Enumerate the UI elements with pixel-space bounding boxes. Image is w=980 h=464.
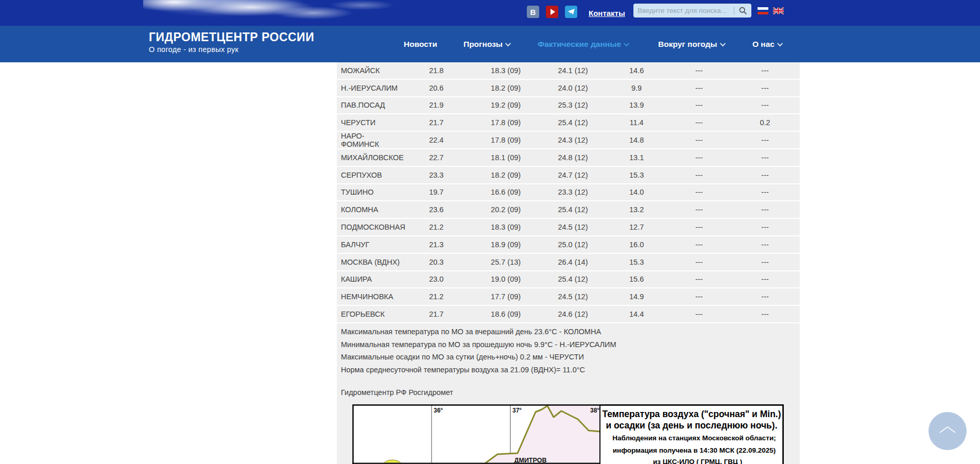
station-value: ---	[668, 310, 730, 318]
search-input[interactable]	[633, 7, 734, 14]
nav-item-label: О нас	[752, 40, 775, 49]
station-value: ---	[730, 205, 800, 214]
station-value: 13.9	[605, 101, 667, 109]
station-name: МОСКВА (ВДНХ)	[337, 258, 402, 266]
station-value: 15.6	[605, 275, 667, 283]
summary-text-block: Максимальная температура по МО за вчераш…	[341, 325, 616, 376]
station-value: 21.7	[402, 310, 471, 318]
nav-item-1[interactable]: Новости	[404, 26, 437, 62]
station-value: ---	[730, 136, 800, 144]
station-value: 25.7 (13)	[471, 258, 541, 266]
station-value: ---	[730, 310, 800, 318]
station-value: ---	[730, 293, 800, 301]
station-value: 20.6	[402, 84, 471, 92]
station-value: ---	[668, 66, 730, 75]
station-value: 24.6 (12)	[541, 310, 606, 318]
station-name: НЕМЧИНОВКА	[337, 293, 402, 301]
station-value: 24.0 (12)	[541, 84, 606, 92]
station-name: Н.-ИЕРУСАЛИМ	[337, 84, 402, 92]
table-row: КОЛОМНА23.620.2 (09)25.4 (12)13.2------	[337, 201, 800, 219]
station-value: ---	[668, 153, 730, 162]
station-value: ---	[730, 171, 800, 179]
table-row: НАРО-ФОМИНСК22.417.8 (09)24.3 (12)14.8--…	[337, 132, 800, 149]
station-name: МОЖАЙСК	[337, 66, 402, 75]
station-value: 18.2 (09)	[471, 84, 541, 92]
summary-line: Максимальные осадки по МО за сутки (день…	[341, 351, 616, 364]
station-name: НАРО-ФОМИНСК	[337, 132, 402, 148]
search-icon[interactable]	[734, 4, 751, 18]
station-value: 16.0	[605, 240, 667, 249]
chevron-down-icon	[719, 40, 725, 46]
map-title-line2: и осадки (за день и последнюю ночь).	[606, 420, 777, 431]
station-value: 11.4	[605, 118, 667, 127]
table-row: НЕМЧИНОВКА21.217.7 (09)24.5 (12)14.9----…	[337, 288, 800, 306]
station-value: 24.5 (12)	[541, 223, 606, 231]
station-value: 13.1	[605, 153, 667, 162]
paper-plane-icon	[567, 8, 575, 16]
chevron-up-icon	[936, 425, 959, 435]
station-value: ---	[730, 223, 800, 231]
vk-glyph: В	[530, 8, 536, 16]
nav-item-5[interactable]: О нас	[752, 26, 783, 62]
scroll-to-top-button[interactable]	[929, 412, 967, 450]
nav-item-3[interactable]: Фактические данные	[538, 26, 629, 62]
nav-item-label: Новости	[404, 40, 437, 49]
station-value: 9.9	[605, 84, 667, 92]
table-row: СЕРПУХОВ23.318.2 (09)24.7 (12)15.3------	[337, 167, 800, 184]
station-value: 23.3 (12)	[541, 188, 606, 196]
logo-subtitle: О погоде - из первых рук	[149, 45, 314, 54]
vk-icon[interactable]: В	[527, 6, 539, 18]
station-value: ---	[730, 66, 800, 75]
nav-item-2[interactable]: Прогнозы	[463, 26, 511, 62]
station-name: БАЛЧУГ	[337, 240, 402, 249]
station-value: ---	[668, 136, 730, 144]
moscow-region-temperature-map: 36° 37° 38° ДМИТРОВ Температура воздуха …	[352, 404, 784, 464]
station-value: 25.4 (12)	[541, 118, 606, 127]
summary-line: Норма среднесуточной температуры воздуха…	[341, 364, 616, 376]
station-value: 25.0 (12)	[541, 240, 606, 249]
station-value: 14.4	[605, 310, 667, 318]
station-value: 23.3	[402, 171, 471, 179]
nav-item-4[interactable]: Вокруг погоды	[658, 26, 726, 62]
logo-title: ГИДРОМЕТЦЕНТР РОССИИ	[149, 30, 314, 44]
table-row: ЧЕРУСТИ21.717.8 (09)25.4 (12)11.4---0.2	[337, 114, 800, 132]
language-russian-flag[interactable]	[758, 7, 768, 14]
station-value: 25.4 (12)	[541, 205, 606, 214]
contacts-link[interactable]: Контакты	[589, 0, 625, 26]
table-row: ПАВ.ПОСАД21.919.2 (09)25.3 (12)13.9-----…	[337, 97, 800, 115]
map-info-line2: информация получена в 14:30 МСК (22.09.2…	[613, 446, 776, 454]
map-info-line3: из ЦКС-ИЛО ( ГРМЦ, ГВЦ )	[653, 458, 742, 464]
top-bar: В Контакты	[0, 0, 980, 26]
chevron-down-icon	[624, 40, 629, 46]
station-name: КОЛОМНА	[337, 205, 402, 214]
station-name: СЕРПУХОВ	[337, 171, 402, 179]
meridian-label-38: 38°	[590, 407, 599, 414]
meridian-label-37: 37°	[512, 407, 522, 414]
station-name: ПАВ.ПОСАД	[337, 101, 402, 109]
station-value: 18.9 (09)	[471, 240, 541, 249]
station-value: ---	[668, 258, 730, 266]
table-row: КАШИРА23.019.0 (09)25.4 (12)15.6------	[337, 271, 800, 289]
site-logo[interactable]: ГИДРОМЕТЦЕНТР РОССИИ О погоде - из первы…	[149, 30, 314, 54]
station-value: ---	[668, 101, 730, 109]
station-value: 19.0 (09)	[471, 275, 541, 283]
station-value: 21.2	[402, 223, 471, 231]
table-row: Н.-ИЕРУСАЛИМ20.618.2 (09)24.0 (12)9.9---…	[337, 80, 800, 97]
telegram-icon[interactable]	[565, 6, 577, 18]
station-value: 21.3	[402, 240, 471, 249]
station-value: 14.9	[605, 293, 667, 301]
station-value: 18.3 (09)	[471, 66, 541, 75]
station-value: 25.3 (12)	[541, 101, 606, 109]
station-value: 15.3	[605, 258, 667, 266]
station-value: 22.4	[402, 136, 471, 144]
youtube-icon[interactable]	[546, 6, 558, 18]
clouds-header-image	[143, 0, 401, 26]
station-value: 24.1 (12)	[541, 66, 606, 75]
station-value: 20.3	[402, 258, 471, 266]
language-english-flag[interactable]	[773, 7, 784, 14]
station-value: ---	[668, 118, 730, 127]
station-value: ---	[730, 153, 800, 162]
search-box	[633, 4, 751, 18]
station-value: 26.4 (14)	[541, 258, 606, 266]
play-icon	[551, 9, 555, 15]
